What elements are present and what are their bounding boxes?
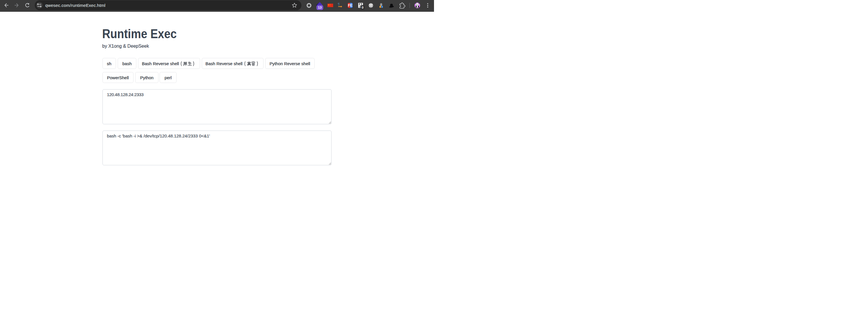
svg-text:0: 0 — [362, 6, 363, 9]
svg-text:13: 13 — [318, 6, 322, 9]
svg-text:¶: ¶ — [338, 2, 340, 6]
svg-text:E: E — [350, 3, 352, 7]
